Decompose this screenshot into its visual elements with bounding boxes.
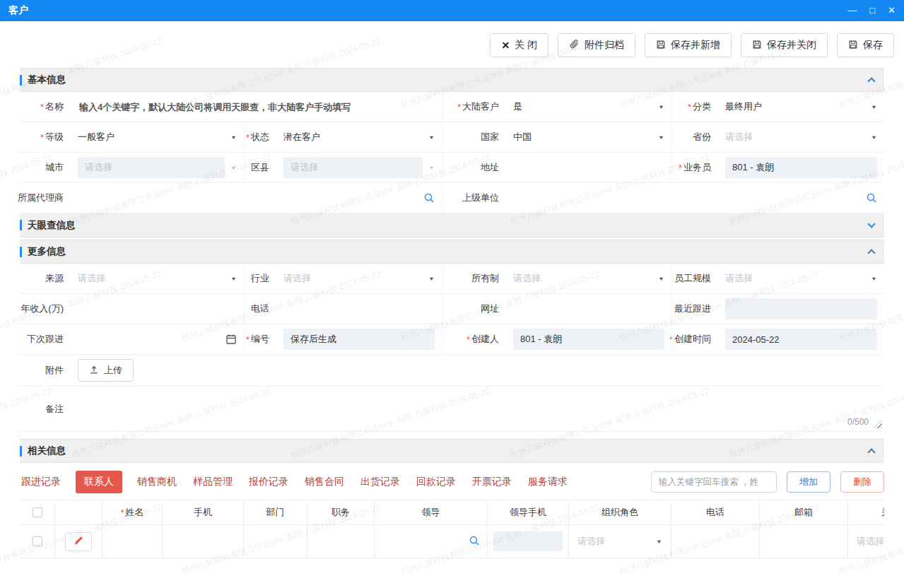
chevron-down-icon: ▼	[658, 276, 664, 282]
section-title-basic: 基本信息	[28, 74, 66, 86]
calendar-icon[interactable]	[225, 334, 237, 345]
window-title: 客户	[8, 4, 28, 17]
attachment-archive-button[interactable]: 附件归档	[558, 33, 635, 57]
agent-label: 所属代理商	[20, 192, 71, 204]
save-icon	[656, 40, 666, 52]
tab-sales-contracts[interactable]: 销售合同	[303, 471, 346, 493]
cell-phone[interactable]	[671, 525, 760, 558]
annual-income-label: 年收入(万)	[20, 302, 71, 315]
close-button-label: 关 闭	[515, 39, 537, 52]
select-all-checkbox[interactable]	[33, 507, 42, 517]
section-title-tianyancha: 天眼查信息	[28, 219, 76, 232]
row-action-button[interactable]	[65, 532, 92, 551]
website-input[interactable]	[513, 303, 664, 315]
related-tabs: 跟进记录 联系人 销售商机 样品管理 报价记录 销售合同 出货记录 回款记录 开…	[20, 471, 569, 493]
city-label: 城市	[20, 161, 71, 174]
cell-email[interactable]	[760, 525, 848, 558]
relation-select[interactable]: 请选择	[857, 535, 884, 548]
chevron-down-icon: ▼	[428, 134, 435, 141]
leader-search-icon[interactable]	[469, 535, 480, 548]
next-followup-label: 下次跟进	[20, 333, 71, 346]
save-and-new-button[interactable]: 保存并新增	[645, 33, 732, 57]
minimize-icon[interactable]: —	[847, 0, 857, 21]
toolbar: ✕ 关 闭 附件归档 保存并新增 保存并关闭 保存	[0, 21, 904, 68]
chevron-down-icon: ▼	[428, 276, 435, 282]
upload-button[interactable]: 上传	[78, 359, 134, 382]
source-select[interactable]: 请选择 ▼	[78, 272, 237, 285]
tab-sample-management[interactable]: 样品管理	[192, 471, 234, 493]
phone-input[interactable]	[283, 303, 435, 315]
tab-invoice-records[interactable]: 开票记录	[471, 471, 513, 493]
tab-service-requests[interactable]: 服务请求	[527, 471, 569, 493]
remark-textarea[interactable]	[78, 393, 877, 425]
tab-sales-opportunities[interactable]: 销售商机	[136, 471, 178, 493]
leader-mobile-field-disabled	[493, 531, 563, 551]
agent-input[interactable]	[78, 192, 418, 204]
chevron-down-icon: ▼	[658, 134, 664, 141]
section-header-basic-info[interactable]: 基本信息	[20, 68, 884, 92]
section-accent-bar	[20, 220, 22, 230]
name-input[interactable]	[78, 101, 435, 113]
basic-row-3: 城市 请选择 ▼ 区县 请选择 ▼ 地址 *业务员 801 - 袁朗	[20, 153, 884, 183]
chevron-up-icon[interactable]	[867, 448, 875, 456]
contact-card-icon	[73, 535, 84, 548]
tab-payment-records[interactable]: 回款记录	[415, 471, 457, 493]
search-icon[interactable]	[423, 192, 435, 204]
industry-label: 行业	[245, 272, 276, 285]
district-label: 区县	[245, 161, 276, 174]
org-role-select[interactable]: 请选择 ▼	[575, 535, 665, 548]
header-leader: 领导	[375, 500, 488, 524]
save-and-close-button[interactable]: 保存并关闭	[741, 33, 828, 57]
section-header-related-info[interactable]: 相关信息	[20, 439, 884, 463]
save-and-close-label: 保存并关闭	[767, 39, 816, 52]
search-icon[interactable]	[866, 192, 877, 204]
district-select-disabled: 请选择	[283, 157, 423, 178]
cell-name[interactable]	[102, 525, 163, 558]
annual-income-input[interactable]	[78, 303, 237, 315]
industry-select[interactable]: 请选择 ▼	[283, 272, 435, 285]
cell-department[interactable]	[244, 525, 307, 558]
header-action-column	[55, 500, 102, 524]
mainland-select[interactable]: 是 ▼	[513, 100, 664, 113]
header-phone: 电话	[671, 500, 760, 524]
next-followup-date-input[interactable]	[78, 334, 220, 346]
section-header-tianyancha[interactable]: 天眼查信息	[20, 213, 884, 237]
cell-mobile[interactable]	[163, 525, 244, 558]
row-checkbox[interactable]	[33, 536, 42, 546]
save-icon	[752, 40, 762, 52]
parent-unit-input[interactable]	[513, 192, 860, 204]
chevron-down-icon[interactable]	[867, 220, 875, 228]
save-button[interactable]: 保存	[837, 33, 894, 57]
section-header-more-info[interactable]: 更多信息	[20, 240, 884, 264]
country-select[interactable]: 中国 ▼	[513, 131, 664, 143]
tab-followup-records[interactable]: 跟进记录	[20, 471, 62, 493]
mainland-label: *大陆客户	[442, 100, 506, 113]
close-button[interactable]: ✕ 关 闭	[490, 33, 548, 57]
status-select[interactable]: 潜在客户 ▼	[283, 131, 435, 143]
contact-search-input[interactable]	[651, 471, 777, 493]
maximize-icon[interactable]: □	[869, 0, 875, 21]
save-button-label: 保存	[863, 39, 883, 52]
ownership-select[interactable]: 请选择 ▼	[513, 272, 664, 285]
cell-position[interactable]	[307, 525, 375, 558]
close-icon[interactable]: ✕	[888, 0, 896, 21]
add-button[interactable]: 增加	[787, 471, 830, 493]
close-x-icon: ✕	[501, 40, 510, 51]
province-select[interactable]: 请选择 ▼	[725, 131, 877, 143]
tab-shipment-records[interactable]: 出货记录	[359, 471, 401, 493]
chevron-down-icon: ▼	[230, 276, 237, 282]
tab-quotation-records[interactable]: 报价记录	[247, 471, 290, 493]
header-relation: 关系	[848, 500, 884, 524]
chevron-up-icon[interactable]	[867, 77, 875, 85]
employee-scale-select[interactable]: 请选择 ▼	[725, 272, 877, 285]
attachment-row: 附件 上传	[20, 355, 884, 387]
contacts-table-header: *姓名 手机 部门 职务 领导 领导手机 组织角色 电话 邮箱 关系	[20, 500, 884, 525]
category-select[interactable]: 最终用户 ▼	[725, 100, 877, 113]
chevron-up-icon[interactable]	[867, 249, 875, 257]
address-input[interactable]	[513, 162, 664, 174]
delete-button[interactable]: 删除	[840, 471, 884, 493]
tab-contacts[interactable]: 联系人	[76, 471, 122, 493]
form-content: 基本信息 *名称 *大陆客户 是 ▼ *分类 最终用户 ▼ *等级 一般客户	[20, 68, 884, 558]
code-field-disabled: 保存后生成	[283, 329, 435, 350]
level-select[interactable]: 一般客户 ▼	[78, 131, 237, 143]
